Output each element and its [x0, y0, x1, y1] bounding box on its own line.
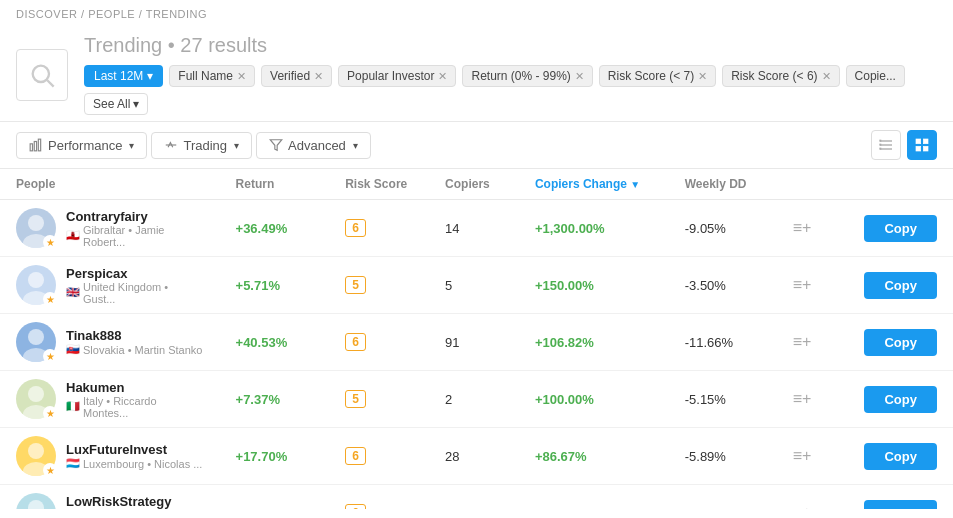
copiers-change-value: +150.00% [535, 278, 594, 293]
remove-full-name[interactable]: ✕ [237, 70, 246, 83]
weekly-dd-value: -3.50% [685, 278, 726, 293]
copy-cell: Copy [848, 314, 953, 371]
person-info: Hakumen 🇮🇹 Italy • Riccardo Montes... [66, 380, 204, 419]
person-name[interactable]: LuxFutureInvest [66, 442, 202, 457]
svg-point-18 [28, 272, 44, 288]
result-count: • 27 results [168, 34, 267, 56]
popular-investor-chip[interactable]: Popular Investor ✕ [338, 65, 456, 87]
avatar-wrap: ★ [16, 493, 56, 509]
copiers-chip[interactable]: Copie... [846, 65, 905, 87]
table-header-row: People Return Risk Score Copiers Copiers… [0, 169, 953, 200]
last12m-filter[interactable]: Last 12M ▾ [84, 65, 163, 87]
copy-button[interactable]: Copy [864, 329, 937, 356]
remove-risk-6[interactable]: ✕ [822, 70, 831, 83]
people-table-wrap: People Return Risk Score Copiers Copiers… [0, 169, 953, 509]
star-badge: ★ [43, 235, 57, 249]
table-row: ★ Hakumen 🇮🇹 Italy • Riccardo Montes... … [0, 371, 953, 428]
search-icon [28, 61, 56, 89]
copiers-cell: 2 [429, 371, 519, 428]
remove-verified[interactable]: ✕ [314, 70, 323, 83]
copiers-change-cell: +150.00% [519, 257, 669, 314]
col-weekly-dd[interactable]: Weekly DD [669, 169, 769, 200]
list-view-button[interactable] [871, 130, 901, 160]
see-all-button[interactable]: See All ▾ [84, 93, 148, 115]
risk-cell: 6 [329, 200, 429, 257]
star-badge: ★ [43, 406, 57, 420]
advanced-button[interactable]: Advanced ▾ [256, 132, 371, 159]
add-to-watchlist-button[interactable]: ≡+ [785, 504, 820, 509]
col-copiers-change[interactable]: Copiers Change ▼ [519, 169, 669, 200]
col-return[interactable]: Return [220, 169, 330, 200]
copy-button[interactable]: Copy [864, 500, 937, 510]
performance-chevron: ▾ [129, 140, 134, 151]
copiers-cell: 28 [429, 428, 519, 485]
svg-rect-15 [923, 146, 928, 151]
people-table: People Return Risk Score Copiers Copiers… [0, 169, 953, 509]
people-cell-5: ★ LowRiskStrategy 🇳🇱 Netherlands • Sebas… [0, 485, 220, 510]
svg-point-24 [28, 443, 44, 459]
add-to-watchlist-button[interactable]: ≡+ [785, 276, 820, 294]
risk-badge: 6 [345, 333, 366, 351]
header-right: Trending • 27 results Last 12M ▾ Full Na… [84, 34, 937, 115]
svg-rect-14 [916, 146, 921, 151]
risk-cell: 5 [329, 257, 429, 314]
copiers-value: 91 [445, 335, 459, 350]
col-copiers[interactable]: Copiers [429, 169, 519, 200]
trading-icon [164, 138, 178, 152]
col-people[interactable]: People [0, 169, 220, 200]
add-to-watchlist-button[interactable]: ≡+ [785, 219, 820, 237]
copy-button[interactable]: Copy [864, 215, 937, 242]
return-chip[interactable]: Return (0% - 99%) ✕ [462, 65, 592, 87]
toolbar: Performance ▾ Trading ▾ Advanced ▾ [0, 122, 953, 169]
person-name[interactable]: Contraryfairy [66, 209, 204, 224]
table-row: ★ Contraryfairy 🇬🇮 Gibraltar • Jamie Rob… [0, 200, 953, 257]
weekly-dd-cell: -6.32% [669, 485, 769, 510]
person-detail: 🇬🇧 United Kingdom • Gust... [66, 281, 204, 305]
add-to-watchlist-button[interactable]: ≡+ [785, 447, 820, 465]
risk-score-7-chip[interactable]: Risk Score (< 7) ✕ [599, 65, 716, 87]
return-cell: +7.37% [220, 371, 330, 428]
svg-point-16 [28, 215, 44, 231]
copiers-change-cell: +1,300.00% [519, 200, 669, 257]
page-title: Trending • 27 results [84, 34, 937, 57]
copiers-cell: 14 [429, 200, 519, 257]
remove-return[interactable]: ✕ [575, 70, 584, 83]
copy-cell: Copy [848, 485, 953, 510]
verified-chip[interactable]: Verified ✕ [261, 65, 332, 87]
copy-button[interactable]: Copy [864, 386, 937, 413]
breadcrumb-people[interactable]: PEOPLE [88, 8, 135, 20]
svg-rect-11 [879, 148, 881, 150]
toolbar-right [871, 130, 937, 160]
col-risk-score[interactable]: Risk Score [329, 169, 429, 200]
person-name[interactable]: Hakumen [66, 380, 204, 395]
remove-risk-7[interactable]: ✕ [698, 70, 707, 83]
person-name[interactable]: LowRiskStrategy [66, 494, 204, 509]
person-name[interactable]: Tinak888 [66, 328, 202, 343]
copy-button[interactable]: Copy [864, 443, 937, 470]
weekly-dd-cell: -9.05% [669, 200, 769, 257]
add-cell: ≡+ [769, 371, 849, 428]
breadcrumb-trending[interactable]: TRENDING [146, 8, 207, 20]
person-detail: 🇬🇮 Gibraltar • Jamie Robert... [66, 224, 204, 248]
copiers-change-value: +100.00% [535, 392, 594, 407]
performance-button[interactable]: Performance ▾ [16, 132, 147, 159]
add-to-watchlist-button[interactable]: ≡+ [785, 333, 820, 351]
remove-popular-investor[interactable]: ✕ [438, 70, 447, 83]
person-detail: 🇮🇹 Italy • Riccardo Montes... [66, 395, 204, 419]
trading-button[interactable]: Trading ▾ [151, 132, 252, 159]
country-flag: 🇬🇧 [66, 286, 80, 299]
risk-cell: 6 [329, 428, 429, 485]
person-name[interactable]: Perspicax [66, 266, 204, 281]
risk-score-6-chip[interactable]: Risk Score (< 6) ✕ [722, 65, 839, 87]
grid-view-icon [914, 137, 930, 153]
risk-badge: 5 [345, 276, 366, 294]
person-info: LuxFutureInvest 🇱🇺 Luxembourg • Nicolas … [66, 442, 202, 470]
grid-view-button[interactable] [907, 130, 937, 160]
add-to-watchlist-button[interactable]: ≡+ [785, 390, 820, 408]
star-badge: ★ [43, 463, 57, 477]
full-name-chip[interactable]: Full Name ✕ [169, 65, 255, 87]
svg-rect-12 [916, 139, 921, 144]
weekly-dd-cell: -3.50% [669, 257, 769, 314]
breadcrumb-discover[interactable]: DISCOVER [16, 8, 77, 20]
copy-button[interactable]: Copy [864, 272, 937, 299]
